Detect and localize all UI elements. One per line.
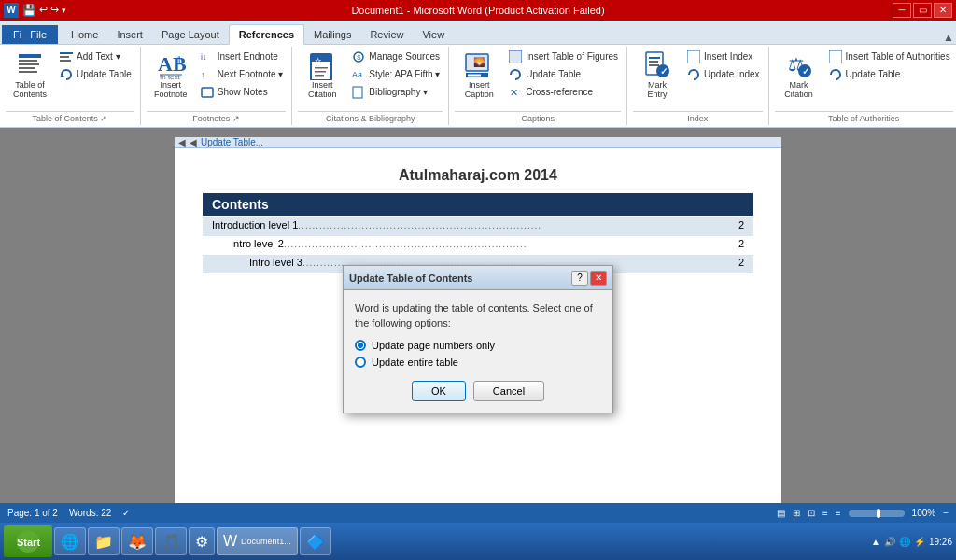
style-icon: Aa [351,67,366,82]
ribbon-collapse-icon[interactable]: ▲ [943,31,954,44]
group-fn-expand[interactable]: ↗ [232,114,240,123]
qat-redo[interactable]: ↪ [50,4,59,16]
zoom-out-icon[interactable]: − [943,508,949,518]
view-draft-icon[interactable]: ≡ [836,508,841,518]
show-notes-icon [200,85,215,100]
tab-page-layout[interactable]: Page Layout [152,25,229,44]
tab-view[interactable]: View [413,25,454,44]
taskbar-ie[interactable]: 🌐 [54,527,86,555]
update-table-toolbar-label[interactable]: Update Table... [201,137,263,147]
dialog-help-button[interactable]: ? [571,271,588,286]
next-footnote-icon: ↕ [200,67,215,82]
view-full-icon[interactable]: ⊞ [793,508,800,518]
tab-home[interactable]: Home [62,25,107,44]
radio-entire-table[interactable] [355,357,366,368]
svg-rect-25 [353,87,362,98]
taskbar-firefox[interactable]: 🦊 [121,527,153,555]
toc-label: Table ofContents [13,80,47,101]
clock-time: 19:26 [929,537,952,547]
manage-sources-button[interactable]: S Manage Sources [348,49,443,65]
group-citations-label: Citations & Bibliography [298,111,443,123]
tab-mailings[interactable]: Mailings [304,25,360,44]
cancel-button[interactable]: Cancel [473,381,544,401]
add-text-label: Add Text ▾ [77,51,120,62]
insert-caption-icon: 🌄 [464,50,494,80]
svg-text:fn text: fn text [160,73,181,80]
update-toc-dialog: Update Table of Contents ? ✕ Word is upd… [343,265,613,413]
sys-tray-power[interactable]: ⚡ [914,537,925,547]
update-table-auth-button[interactable]: Update Table [825,66,953,83]
mark-entry-button[interactable]: ✓ MarkEntry [633,49,682,103]
view-outline-icon[interactable]: ≡ [822,508,828,518]
taskbar: Start 🌐 📁 🦊 🎵 ⚙ W Document1... 🔷 ▲ 🔊 🌐 [0,523,956,560]
svg-rect-34 [649,61,658,63]
cross-reference-button[interactable]: ✕ Cross-reference [505,84,621,101]
mark-citation-button[interactable]: ⚖ ✓ MarkCitation [775,49,823,103]
insert-table-auth-button[interactable]: Insert Table of Authorities [825,49,953,65]
dialog-close-button[interactable]: ✕ [590,271,607,286]
start-button[interactable]: Start [4,525,52,557]
tab-insert[interactable]: Insert [107,25,152,44]
view-web-icon[interactable]: ⊡ [808,508,815,518]
qat-save[interactable]: 💾 [22,4,36,17]
sys-tray-expand[interactable]: ▲ [871,537,880,547]
insert-caption-button[interactable]: 🌄 InsertCaption [455,49,503,103]
group-toc: Table ofContents Add Text ▾ Update Table [0,47,141,125]
document-area: ◀ ◀ Update Table... Atulmaharaj.com 2014… [0,128,956,503]
option-entire-table[interactable]: Update entire table [355,357,601,368]
taskbar-app[interactable]: 🔷 [300,527,331,555]
radio-page-numbers[interactable] [355,340,366,351]
dialog-title: Update Table of Contents [349,273,472,284]
restore-button[interactable]: ▭ [913,3,932,18]
dialog-titlebar: Update Table of Contents ? ✕ [344,266,612,290]
update-table-auth-icon [828,67,843,82]
add-text-button[interactable]: Add Text ▾ [56,49,134,65]
group-citations: ☆ InsertCitation S Manage Sources [292,47,449,125]
bibliography-button[interactable]: Bibliography ▾ [348,84,443,101]
window-title: Document1 - Microsoft Word (Product Acti… [351,5,604,16]
insert-endnote-button[interactable]: i↓ Insert Endnote [197,49,287,65]
qat-dropdown[interactable]: ▾ [62,6,66,15]
update-index-button[interactable]: Update Index [683,66,763,83]
sys-tray-network[interactable]: 🌐 [899,537,910,547]
insert-index-button[interactable]: Insert Index [683,49,763,65]
next-footnote-label: Next Footnote ▾ [218,69,284,79]
sys-tray-sound[interactable]: 🔊 [884,537,895,547]
taskbar-word[interactable]: W Document1... [217,527,298,555]
taskbar-chrome[interactable]: ⚙ [189,527,215,555]
svg-rect-0 [19,54,41,58]
update-table-toc-label: Update Table [77,69,132,79]
tab-file[interactable]: Fi File [2,25,58,44]
group-authorities-label: Table of Authorities [775,111,953,123]
style-button[interactable]: Aa Style: APA Fifth ▾ [348,66,443,83]
insert-footnote-button[interactable]: AB 1 fn text InsertFootnote [147,49,195,103]
option-page-numbers[interactable]: Update page numbers only [355,340,601,351]
update-table-cap-button[interactable]: Update Table [505,66,621,83]
svg-text:☆: ☆ [315,57,322,65]
view-print-icon[interactable]: ▤ [777,508,785,518]
update-table-toc-button[interactable]: Update Table [56,66,134,83]
insert-endnote-icon: i↓ [200,49,215,64]
minimize-button[interactable]: ─ [893,3,911,18]
update-index-label: Update Index [704,69,760,79]
svg-rect-3 [19,67,35,69]
toc-button[interactable]: Table ofContents [6,49,54,103]
group-toc-expand[interactable]: ↗ [100,114,107,123]
qat-undo[interactable]: ↩ [39,4,48,16]
tab-references[interactable]: References [229,24,304,45]
show-notes-button[interactable]: Show Notes [197,84,287,101]
taskbar-files[interactable]: 📁 [88,527,120,555]
toc-icon [15,50,45,80]
next-footnote-button[interactable]: ↕ Next Footnote ▾ [197,66,287,83]
close-button[interactable]: ✕ [934,3,952,18]
taskbar-media[interactable]: 🎵 [155,527,187,555]
title-bar: W 💾 ↩ ↪ ▾ Document1 - Microsoft Word (Pr… [0,0,956,21]
insert-table-figures-button[interactable]: Insert Table of Figures [505,49,621,65]
cross-reference-icon: ✕ [508,85,523,100]
insert-citation-button[interactable]: ☆ InsertCitation [298,49,346,103]
show-notes-label: Show Notes [218,87,268,97]
tab-review[interactable]: Review [360,25,413,44]
insert-table-auth-label: Insert Table of Authorities [846,51,950,62]
ok-button[interactable]: OK [412,381,466,401]
zoom-slider[interactable] [849,510,905,517]
